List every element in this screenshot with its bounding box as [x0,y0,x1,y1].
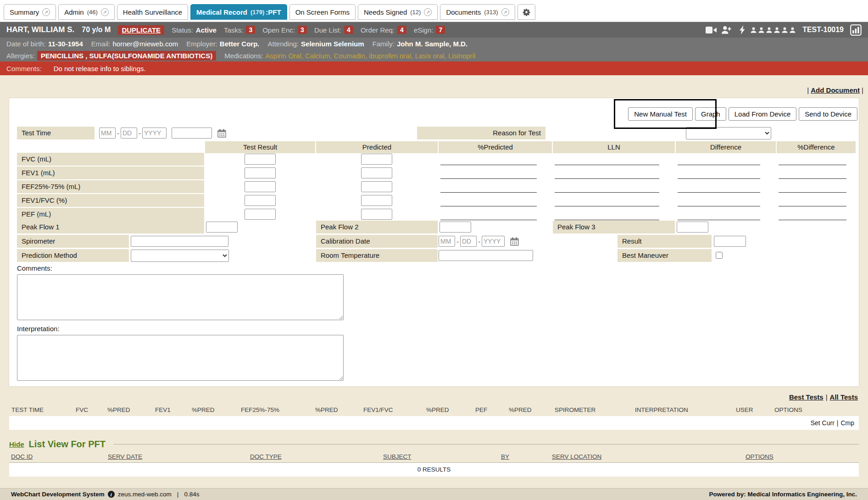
result-input[interactable] [714,236,746,247]
pef-predicted-input[interactable] [361,209,392,220]
medication-link[interactable]: Calcium [301,52,330,60]
add-document-link[interactable]: Add Document [811,86,860,94]
fvc-test-result-input[interactable] [245,154,276,165]
comments-bar: Comments: Do not release info to sibling… [0,61,868,75]
new-manual-test-button[interactable]: New Manual Test [628,107,693,121]
tab-admin[interactable]: Admin (46) [58,4,115,20]
add-person-icon[interactable] [721,26,731,34]
cmp-link[interactable]: Cmp [840,416,854,430]
best-maneuver-checkbox[interactable] [716,252,723,259]
reason-for-test-select[interactable] [686,127,771,139]
info-icon[interactable] [108,491,115,498]
results-header-pred2: %PRED [192,406,241,413]
fev1-fvc-predicted-input[interactable] [361,195,392,206]
fvc-predicted-input[interactable] [361,154,392,165]
test-time-time-input[interactable] [172,128,212,139]
peak-flow-1-input[interactable] [206,222,238,233]
comments-textarea[interactable] [17,274,344,320]
fev1-test-result-input[interactable] [245,167,276,178]
test-time-label-cell: Test Time [17,127,95,139]
test-view-links: Best TestsAll Tests [0,393,858,401]
footer-bar: WebChart Development System zeus.med-web… [0,488,868,500]
test-time-dd-input[interactable] [121,128,137,139]
best-tests-link[interactable]: Best Tests [789,393,823,401]
room-temperature-input[interactable] [439,250,533,261]
prediction-method-select[interactable] [131,250,229,262]
tab-needs-signed[interactable]: Needs Signed (12) [358,4,438,20]
demographics-row: Date of birth: 11-30-1954 Email: horner@… [0,38,868,50]
video-camera-icon[interactable] [706,26,717,34]
test-time-yyyy-input[interactable] [142,128,167,139]
order-req-count-badge[interactable]: 4 [397,26,406,34]
popout-icon[interactable] [501,8,509,16]
subject-sort-link[interactable]: SUBJECT [383,453,412,460]
doc-type-sort-link[interactable]: DOC TYPE [250,453,282,460]
dob-label: Date of birth: [6,40,46,48]
fef-predicted-input[interactable] [361,181,392,192]
popout-icon[interactable] [424,8,432,16]
options-sort-link[interactable]: OPTIONS [746,453,773,460]
tab-documents-count: (313) [484,9,498,16]
settings-tab[interactable] [517,4,535,20]
email-pair: Email: horner@mieweb.com [91,40,178,48]
doc-id-sort-link[interactable]: DOC ID [11,453,33,460]
by-sort-link[interactable]: BY [501,453,509,460]
email-value[interactable]: horner@mieweb.com [112,40,178,48]
medication-link[interactable]: Coumadin [330,52,365,60]
popout-icon[interactable] [42,8,50,16]
allergy-list[interactable]: PENICILLINS , SULFA(SULFONAMIDE ANTIBIOT… [37,51,216,61]
calibration-yyyy-input[interactable] [482,236,505,247]
load-from-device-button[interactable]: Load From Device [729,107,797,121]
lv-header-subject: SUBJECT [383,453,501,460]
calibration-date-group [439,236,519,247]
tab-summary[interactable]: Summary [4,4,56,20]
test-time-mm-input[interactable] [99,128,116,139]
medication-link[interactable]: Lisinopril [445,52,476,60]
tab-health-surveillance[interactable]: Health Surveillance [117,4,188,20]
fef-test-result-input[interactable] [245,181,276,192]
results-header-pef: PEF [475,406,509,413]
all-tests-link[interactable]: All Tests [830,393,858,401]
send-to-device-button[interactable]: Send to Device [799,107,857,121]
attending-label: Attending: [267,40,299,48]
list-view-title-row: Hide List View For PFT [9,439,859,450]
medication-link[interactable]: Aspirin Oral [265,52,301,60]
tasks-count-badge[interactable]: 3 [246,26,255,34]
fev1-fvc-test-result-input[interactable] [245,195,276,206]
hide-link[interactable]: Hide [9,440,24,448]
medications-label: Medications: [224,52,263,60]
duplicate-link[interactable]: DUPLICATE [118,25,164,35]
open-enc-count-badge[interactable]: 3 [298,26,307,34]
peak-flow-1-label-cell: Peak Flow 1 [17,221,204,233]
peak-flow-3-input[interactable] [677,222,708,233]
set-curr-link[interactable]: Set Curr [811,416,835,430]
tab-medical-record[interactable]: Medical Record (179) :PFT [190,4,287,20]
calibration-dd-input[interactable] [460,236,477,247]
calibration-mm-input[interactable] [439,236,455,247]
fvc-lln-line [555,153,659,165]
interpretation-textarea[interactable] [17,335,344,381]
calendar-icon[interactable] [217,129,226,138]
popout-icon[interactable] [101,8,109,16]
bar-chart-icon[interactable] [850,24,862,36]
pef-test-result-input[interactable] [245,209,276,220]
medication-link[interactable]: Lasix oral [411,52,445,60]
results-header-test-time: TEST TIME [9,406,76,413]
tab-on-screen-forms[interactable]: On Screen Forms [289,4,356,20]
due-list-count-badge[interactable]: 4 [344,26,353,34]
serv-location-sort-link[interactable]: SERV LOCATION [552,453,601,460]
fev1-predicted-input[interactable] [361,167,392,178]
esign-count-badge[interactable]: 7 [436,26,445,34]
peak-flow-2-input[interactable] [440,222,471,233]
medication-link[interactable]: ibuprofen oral [365,52,411,60]
room-temperature-label-cell: Room Temperature [316,249,438,262]
spirometer-input[interactable] [131,236,228,247]
col-header-predicted: Predicted [316,141,438,153]
tab-documents[interactable]: Documents (313) [440,4,515,20]
calendar-icon[interactable] [510,237,519,246]
results-header-fvc: FVC [76,406,107,413]
graph-button[interactable]: Graph [695,107,726,121]
lightning-bolt-icon[interactable] [740,25,746,34]
census-people-icons[interactable] [750,27,796,33]
serv-date-sort-link[interactable]: SERV DATE [108,453,142,460]
